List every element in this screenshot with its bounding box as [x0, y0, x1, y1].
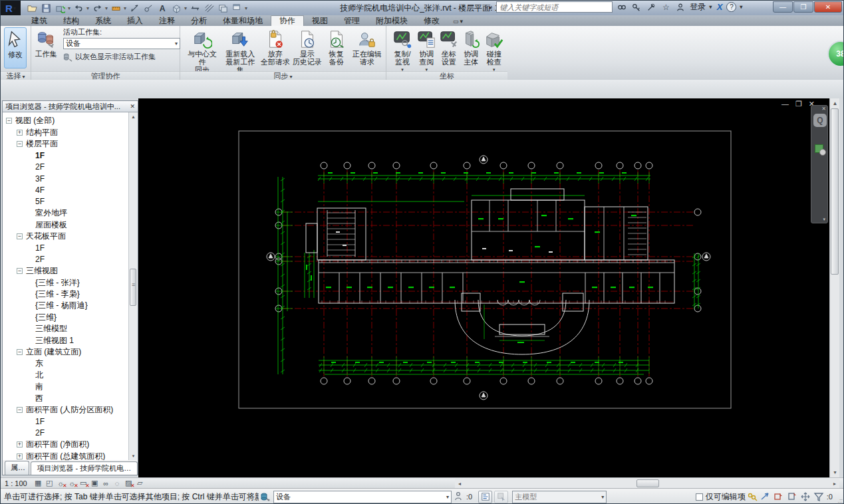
view-control-icon[interactable]: ▱	[134, 479, 146, 488]
ribbon-tab[interactable]: 修改	[416, 15, 448, 26]
tree-item[interactable]: 2F	[3, 162, 128, 173]
scroll-left-icon[interactable]: ◂	[455, 481, 464, 487]
view-control-icon[interactable]: ▦	[33, 479, 44, 488]
close-icon[interactable]: ✕	[130, 103, 135, 110]
measure-button[interactable]	[110, 2, 122, 14]
help-icon[interactable]: ?	[726, 2, 736, 12]
dock-tab[interactable]: 项目浏览器 - 技师学院机电培训...	[31, 461, 138, 475]
scroll-down-icon[interactable]: ▾	[129, 451, 138, 460]
tree-item[interactable]: 视图 (全部)	[3, 115, 128, 126]
redo-button[interactable]	[91, 2, 103, 14]
navbar-expand-icon[interactable]: ▾	[823, 217, 825, 222]
tree-item[interactable]: 天花板平面	[3, 231, 128, 242]
dock-tab[interactable]: 属性	[5, 461, 29, 475]
horizontal-scrollbar[interactable]: ◂ ▸	[455, 479, 839, 488]
editing-requests-count[interactable]: :0	[466, 493, 472, 501]
tree-expander-icon[interactable]	[17, 268, 23, 274]
close-hidden-windows-button[interactable]	[217, 2, 229, 14]
horizontal-scroll-thumb[interactable]	[636, 479, 659, 487]
tree-item[interactable]: 结构平面	[3, 126, 128, 138]
tree-item[interactable]: {三维 - 张洋}	[3, 277, 128, 288]
tree-item[interactable]: 3F	[3, 173, 128, 184]
tree-item[interactable]: 5F	[3, 196, 128, 207]
tree-expander-icon[interactable]	[17, 407, 23, 413]
editing-requests-button[interactable]: 正在编辑 请求	[351, 27, 383, 66]
chevron-down-icon[interactable]: ▾	[86, 5, 89, 11]
manage-collaboration-panel-label[interactable]: 管理协作	[31, 71, 180, 80]
text-button[interactable]: A	[156, 2, 168, 14]
chevron-down-icon[interactable]: ▾	[124, 5, 126, 11]
ribbon-tab[interactable]: 系统	[87, 15, 119, 26]
tree-item[interactable]: 面积平面 (人防分区面积)	[3, 404, 128, 416]
ribbon-tab[interactable]: 视图	[304, 15, 336, 26]
chevron-down-icon[interactable]: ▾	[68, 5, 70, 11]
tree-item[interactable]: 楼层平面	[3, 138, 128, 150]
worksets-button[interactable]: 工作集	[31, 27, 61, 58]
restore-button[interactable]: ❐	[793, 1, 813, 13]
tree-item[interactable]: 南	[3, 381, 128, 392]
default-3d-view-button[interactable]	[170, 2, 182, 14]
chevron-down-icon[interactable]: ▸	[708, 5, 715, 9]
editable-only-checkbox[interactable]	[696, 493, 703, 501]
coordinate-panel-label[interactable]: 坐标	[386, 71, 507, 80]
view-control-icon[interactable]: ☼	[67, 479, 78, 488]
tree-expander-icon[interactable]	[17, 453, 23, 459]
ribbon-tab[interactable]: 结构	[55, 15, 87, 26]
application-menu-button[interactable]: R ▾	[1, 1, 21, 15]
floor-plan-drawing[interactable]	[138, 98, 829, 477]
select-underlay-icon[interactable]	[772, 491, 785, 503]
minimize-button[interactable]: —	[773, 1, 793, 13]
chevron-down-icon[interactable]: ▾	[105, 5, 108, 11]
view-control-icon[interactable]: ▭	[78, 479, 89, 488]
tree-item[interactable]: 西	[3, 392, 128, 404]
tree-expander-icon[interactable]	[6, 118, 12, 124]
select-links-icon[interactable]	[759, 491, 772, 503]
worksharing-keys-icon[interactable]	[746, 491, 759, 503]
active-workset-select[interactable]: 设备 ▾	[63, 38, 180, 49]
coordination-review-button[interactable]: 协调 查阅 ▾	[416, 27, 437, 74]
gray-inactive-worksets-toggle[interactable]: 以灰色显示非活动工作集	[63, 52, 180, 62]
restore-backup-button[interactable]: 恢复 备份	[324, 27, 349, 66]
sync-with-central-button[interactable]	[54, 2, 66, 14]
tree-expander-icon[interactable]	[17, 233, 23, 239]
tree-item[interactable]: 2F	[3, 428, 128, 439]
relinquish-all-button[interactable]: 放弃 全部请求	[260, 27, 290, 66]
open-button[interactable]	[26, 2, 38, 14]
ribbon-tab[interactable]: 协作	[271, 15, 304, 26]
tree-expander-icon[interactable]	[17, 130, 23, 136]
search-icon[interactable]	[617, 2, 627, 13]
horizontal-scroll-track[interactable]	[464, 479, 830, 487]
filter-icon[interactable]	[812, 491, 825, 503]
subscription-icon[interactable]	[631, 2, 642, 13]
select-panel-label[interactable]: 选择	[1, 71, 31, 80]
tree-item[interactable]: 1F	[3, 242, 128, 253]
zoom-tool-icon[interactable]	[815, 144, 823, 153]
tree-item[interactable]: 2F	[3, 254, 128, 265]
scroll-down-icon[interactable]: ▾	[830, 467, 840, 477]
scroll-up-icon[interactable]: ▲	[830, 98, 840, 108]
tag-by-category-button[interactable]	[142, 2, 154, 14]
editing-requests-icon[interactable]	[452, 491, 465, 503]
steering-wheel-icon[interactable]: Q	[813, 114, 827, 127]
exchange-apps-icon[interactable]: X	[717, 2, 723, 12]
undo-button[interactable]	[72, 2, 84, 14]
tree-item[interactable]: 面积平面 (总建筑面积)	[3, 450, 128, 460]
tree-item[interactable]: 三维视图 1	[3, 334, 128, 346]
drawing-canvas[interactable]: — ❐ ✕ ✕ Q ▾	[138, 98, 829, 477]
scroll-right-icon[interactable]: ▸	[830, 481, 839, 487]
section-button[interactable]	[189, 2, 201, 14]
infocenter-toggle-icon[interactable]: ▸	[490, 4, 493, 11]
vertical-scrollbar[interactable]: ▲ ▾	[829, 98, 839, 477]
resize-grip[interactable]: .::	[837, 497, 843, 504]
coordination-host-button[interactable]: 协调 主体	[461, 27, 482, 66]
drag-elements-icon[interactable]	[799, 491, 812, 503]
view-control-icon[interactable]: ▨	[123, 479, 134, 488]
thin-lines-button[interactable]	[203, 2, 215, 14]
tree-expander-icon[interactable]	[17, 441, 23, 447]
ribbon-tab[interactable]: 建筑	[23, 15, 55, 26]
scroll-up-icon[interactable]: ▲	[129, 112, 138, 121]
select-pinned-icon[interactable]	[785, 491, 799, 503]
tree-item[interactable]: 立面 (建筑立面)	[3, 346, 128, 358]
ribbon-tab[interactable]: 管理	[336, 15, 368, 26]
aligned-dimension-button[interactable]	[128, 2, 140, 14]
